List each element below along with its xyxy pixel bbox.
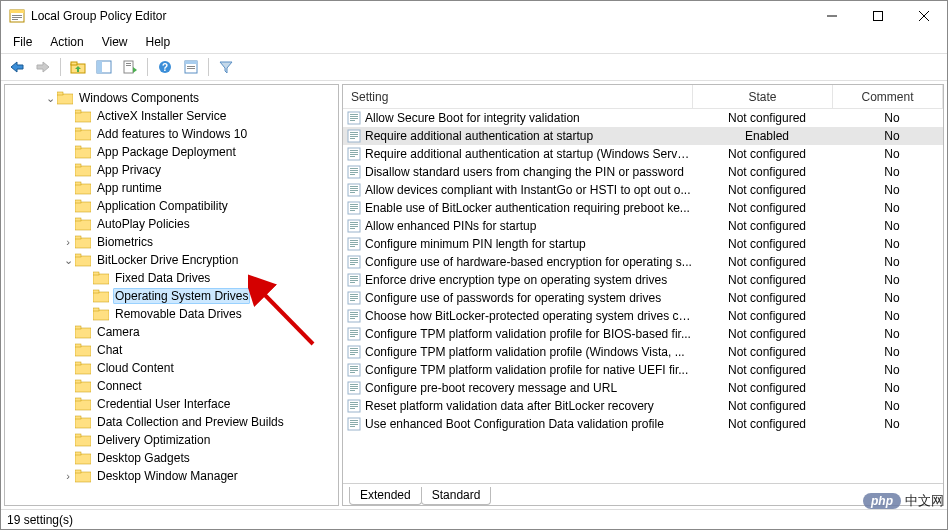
list-row[interactable]: Require additional authentication at sta…	[343, 127, 943, 145]
tree-item[interactable]: Removable Data Drives	[5, 305, 338, 323]
tree-pane[interactable]: ⌄ Windows Components ActiveX Installer S…	[4, 84, 339, 506]
setting-state: Not configured	[693, 237, 833, 251]
status-text: 19 setting(s)	[7, 513, 73, 527]
list-row[interactable]: Configure minimum PIN length for startup…	[343, 235, 943, 253]
expand-icon[interactable]: ›	[61, 236, 75, 248]
svg-rect-153	[350, 422, 358, 423]
tree-item[interactable]: App Package Deployment	[5, 143, 338, 161]
setting-state: Not configured	[693, 147, 833, 161]
toolbar-separator	[208, 58, 209, 76]
tree-item[interactable]: Camera	[5, 323, 338, 341]
tree-item[interactable]: ActiveX Installer Service	[5, 107, 338, 125]
tree-item[interactable]: ›Biometrics	[5, 233, 338, 251]
forward-button[interactable]	[31, 56, 55, 78]
list-row[interactable]: Allow enhanced PINs for startupNot confi…	[343, 217, 943, 235]
show-hide-tree-button[interactable]	[92, 56, 116, 78]
list-row[interactable]: Require additional authentication at sta…	[343, 145, 943, 163]
properties-button[interactable]	[179, 56, 203, 78]
list-row[interactable]: Configure use of passwords for operating…	[343, 289, 943, 307]
svg-rect-1	[10, 10, 24, 13]
setting-icon	[347, 183, 361, 197]
svg-rect-78	[350, 152, 358, 153]
tree-item[interactable]: ⌄BitLocker Drive Encryption	[5, 251, 338, 269]
collapse-icon[interactable]: ⌄	[43, 92, 57, 105]
svg-rect-135	[350, 354, 355, 355]
tree-item[interactable]: Add features to Windows 10	[5, 125, 338, 143]
svg-rect-56	[75, 400, 91, 410]
tree-item-label: BitLocker Drive Encryption	[97, 253, 238, 267]
list-row[interactable]: Configure TPM platform validation profil…	[343, 325, 943, 343]
svg-rect-47	[93, 308, 99, 311]
tree-item[interactable]: Chat	[5, 341, 338, 359]
list-row[interactable]: Configure TPM platform validation profil…	[343, 343, 943, 361]
menu-help[interactable]: Help	[138, 33, 179, 51]
svg-rect-60	[75, 436, 91, 446]
svg-rect-155	[350, 426, 355, 427]
list-row[interactable]: Use enhanced Boot Configuration Data val…	[343, 415, 943, 433]
tab-standard[interactable]: Standard	[421, 487, 492, 505]
list-row[interactable]: Configure pre-boot recovery message and …	[343, 379, 943, 397]
svg-rect-48	[75, 328, 91, 338]
tree-item[interactable]: Desktop Gadgets	[5, 449, 338, 467]
header-setting[interactable]: Setting	[343, 85, 693, 108]
list-row[interactable]: Configure TPM platform validation profil…	[343, 361, 943, 379]
app-icon	[9, 8, 25, 24]
maximize-button[interactable]	[855, 1, 901, 31]
toolbar-separator	[147, 58, 148, 76]
header-state[interactable]: State	[693, 85, 833, 108]
tree-item[interactable]: Data Collection and Preview Builds	[5, 413, 338, 431]
back-button[interactable]	[5, 56, 29, 78]
setting-state: Not configured	[693, 363, 833, 377]
tree-item[interactable]: Fixed Data Drives	[5, 269, 338, 287]
svg-text:?: ?	[162, 62, 168, 73]
svg-rect-62	[75, 454, 91, 464]
tree-item[interactable]: App runtime	[5, 179, 338, 197]
svg-rect-49	[75, 326, 81, 329]
list-row[interactable]: Allow devices compliant with InstantGo o…	[343, 181, 943, 199]
tree-item[interactable]: Application Compatibility	[5, 197, 338, 215]
setting-icon	[347, 327, 361, 341]
list-row[interactable]: Disallow standard users from changing th…	[343, 163, 943, 181]
list-row[interactable]: Choose how BitLocker-protected operating…	[343, 307, 943, 325]
export-list-button[interactable]	[118, 56, 142, 78]
minimize-button[interactable]	[809, 1, 855, 31]
list-row[interactable]: Enforce drive encryption type on operati…	[343, 271, 943, 289]
menu-view[interactable]: View	[94, 33, 136, 51]
svg-rect-44	[93, 292, 109, 302]
tree-root[interactable]: ⌄ Windows Components	[5, 89, 338, 107]
menu-action[interactable]: Action	[42, 33, 91, 51]
tree-item[interactable]: Cloud Content	[5, 359, 338, 377]
tree-item[interactable]: Delivery Optimization	[5, 431, 338, 449]
svg-rect-143	[350, 386, 358, 387]
tree-item[interactable]: ›Desktop Window Manager	[5, 467, 338, 485]
list-body[interactable]: Allow Secure Boot for integrity validati…	[343, 109, 943, 483]
svg-rect-90	[350, 192, 355, 193]
list-row[interactable]: Allow Secure Boot for integrity validati…	[343, 109, 943, 127]
folder-icon	[75, 145, 91, 159]
header-comment[interactable]: Comment	[833, 85, 943, 108]
svg-rect-147	[350, 402, 358, 403]
tree-item[interactable]: App Privacy	[5, 161, 338, 179]
tree-item[interactable]: Connect	[5, 377, 338, 395]
filter-button[interactable]	[214, 56, 238, 78]
svg-rect-104	[350, 244, 358, 245]
menu-file[interactable]: File	[5, 33, 40, 51]
setting-comment: No	[833, 183, 943, 197]
tab-extended[interactable]: Extended	[349, 487, 422, 505]
list-row[interactable]: Reset platform validation data after Bit…	[343, 397, 943, 415]
collapse-icon[interactable]: ⌄	[61, 254, 75, 267]
tree-item[interactable]: AutoPlay Policies	[5, 215, 338, 233]
tree-item-label: Connect	[97, 379, 142, 393]
setting-icon	[347, 237, 361, 251]
expand-icon[interactable]: ›	[61, 470, 75, 482]
setting-icon	[347, 273, 361, 287]
tree-item[interactable]: Credential User Interface	[5, 395, 338, 413]
setting-name: Configure TPM platform validation profil…	[365, 363, 688, 377]
list-row[interactable]: Enable use of BitLocker authentication r…	[343, 199, 943, 217]
svg-rect-118	[350, 296, 358, 297]
up-folder-button[interactable]	[66, 56, 90, 78]
close-button[interactable]	[901, 1, 947, 31]
tree-item[interactable]: Operating System Drives	[5, 287, 338, 305]
help-button[interactable]: ?	[153, 56, 177, 78]
list-row[interactable]: Configure use of hardware-based encrypti…	[343, 253, 943, 271]
